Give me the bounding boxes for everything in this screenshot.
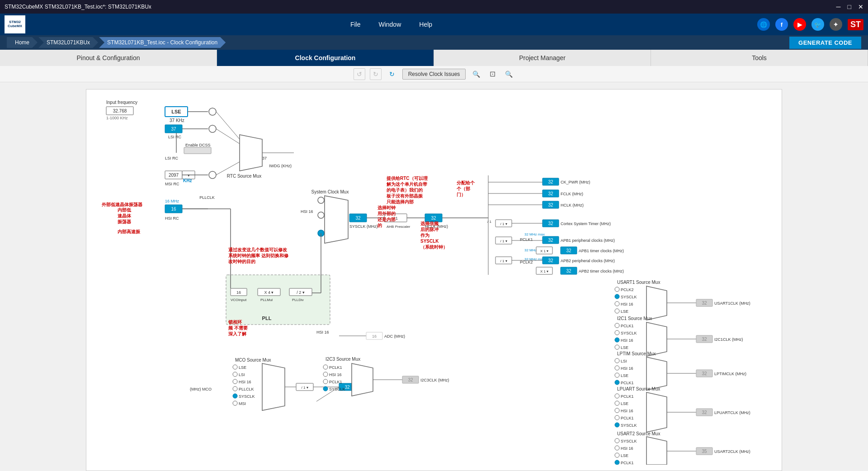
titlebar-controls: ─ □ ✕ xyxy=(836,3,863,10)
share-icon[interactable]: ✦ xyxy=(830,18,842,31)
svg-marker-208 xyxy=(262,363,285,410)
svg-text:LSE: LSE xyxy=(621,401,628,406)
tab-clock[interactable]: Clock Configuration xyxy=(217,50,434,66)
logo-text: STM32CubeMX xyxy=(8,20,22,28)
input-freq-label: Input frequency xyxy=(106,100,137,105)
svg-text:PLLMul: PLLMul xyxy=(260,298,273,302)
logo-area: STM32CubeMX xyxy=(5,15,25,33)
svg-text:锁相环: 锁相环 xyxy=(228,320,242,325)
undo-button[interactable]: ↺ xyxy=(354,68,365,80)
svg-text:提供给RTC（可以理: 提供给RTC（可以理 xyxy=(386,176,428,181)
tab-pinout[interactable]: Pinout & Configuration xyxy=(0,50,217,66)
twitter-icon[interactable]: 🐦 xyxy=(811,18,824,31)
breadcrumb-home[interactable]: Home xyxy=(7,37,38,48)
svg-text:SYSCLK (MHz): SYSCLK (MHz) xyxy=(349,224,378,229)
help-menu[interactable]: Help xyxy=(419,21,432,28)
window-menu[interactable]: Window xyxy=(378,21,401,28)
svg-text:选择倍频: 选择倍频 xyxy=(420,221,439,226)
svg-text:还是内部: 还是内部 xyxy=(377,217,396,222)
svg-text:32: 32 xyxy=(548,179,553,184)
svg-text:MCO Source Mux: MCO Source Mux xyxy=(235,358,271,363)
svg-text:32: 32 xyxy=(431,216,436,221)
svg-text:HSI RC: HSI RC xyxy=(165,216,179,221)
zoom-out-button[interactable]: 🔍 xyxy=(470,68,482,80)
svg-text:I2C3 Source Mux: I2C3 Source Mux xyxy=(326,357,360,362)
svg-text:/ 1 ▾: / 1 ▾ xyxy=(301,386,308,390)
world-icon[interactable]: 🌐 xyxy=(757,18,770,31)
svg-text:/ 2 ▾: / 2 ▾ xyxy=(297,290,305,295)
svg-text:32: 32 xyxy=(702,301,707,306)
svg-text:MSI: MSI xyxy=(239,401,246,406)
tab-tools[interactable]: Tools xyxy=(651,50,868,66)
minimize-button[interactable]: ─ xyxy=(836,3,841,10)
svg-text:HSI 16: HSI 16 xyxy=(621,338,633,343)
svg-line-33 xyxy=(216,162,240,175)
svg-text:个（部: 个（部 xyxy=(456,186,470,191)
svg-text:32: 32 xyxy=(702,410,707,415)
svg-text:LSI: LSI xyxy=(621,359,627,363)
svg-line-31 xyxy=(216,112,240,139)
svg-text:板子没有外部晶振: 板子没有外部晶振 xyxy=(386,193,423,198)
svg-text:LPUARTCLK (MHz): LPUARTCLK (MHz) xyxy=(714,410,750,415)
svg-text:LSE: LSE xyxy=(621,453,628,458)
svg-text:选择时钟: 选择时钟 xyxy=(377,205,396,210)
svg-text:LSE: LSE xyxy=(621,373,628,378)
svg-text:作为: 作为 xyxy=(420,233,429,238)
svg-text:LSE: LSE xyxy=(621,345,628,350)
generate-code-button[interactable]: GENERATE CODE xyxy=(789,37,861,49)
svg-point-200 xyxy=(233,379,237,384)
svg-text:APB2 timer clocks (MHz): APB2 timer clocks (MHz) xyxy=(579,269,624,273)
svg-text:/ 1: / 1 xyxy=(487,220,491,224)
svg-text:I2C3CLK (MHz): I2C3CLK (MHz) xyxy=(420,378,449,382)
svg-text:16 MHz: 16 MHz xyxy=(165,199,179,203)
svg-text:SYSCLK: SYSCLK xyxy=(329,387,345,391)
svg-text:LPUART Source Mux: LPUART Source Mux xyxy=(617,386,660,391)
breadcrumb-project[interactable]: STM32L071KB_Test.ioc - Clock Configurati… xyxy=(99,37,226,48)
facebook-icon[interactable]: f xyxy=(775,18,788,31)
svg-line-32 xyxy=(216,129,240,144)
refresh-button[interactable]: ↻ xyxy=(386,68,398,80)
svg-text:PCLK1: PCLK1 xyxy=(621,416,634,420)
svg-text:35: 35 xyxy=(702,449,707,454)
svg-marker-160 xyxy=(646,357,667,390)
svg-point-222 xyxy=(323,379,328,384)
resolve-clock-button[interactable]: Resolve Clock Issues xyxy=(402,69,466,80)
svg-text:门）: 门） xyxy=(457,192,466,197)
svg-point-202 xyxy=(233,386,237,391)
svg-text:APB1 timer clocks (MHz): APB1 timer clocks (MHz) xyxy=(579,249,624,253)
svg-text:PLLCLK: PLLCLK xyxy=(239,387,254,391)
svg-point-154 xyxy=(615,366,619,370)
zoom-in-button[interactable]: 🔍 xyxy=(503,68,514,80)
svg-text:16: 16 xyxy=(171,207,176,212)
svg-point-204 xyxy=(233,394,237,398)
svg-text:32.768: 32.768 xyxy=(113,108,127,113)
svg-text:HCLK (MHz): HCLK (MHz) xyxy=(561,203,584,207)
svg-text:HSI 16: HSI 16 xyxy=(316,330,329,334)
close-button[interactable]: ✕ xyxy=(858,3,863,10)
svg-point-224 xyxy=(323,386,328,391)
svg-text:PLLDiv: PLLDiv xyxy=(292,298,304,302)
svg-point-172 xyxy=(615,415,619,420)
svg-point-28 xyxy=(209,108,216,115)
youtube-icon[interactable]: ▶ xyxy=(793,18,806,31)
svg-text:32: 32 xyxy=(548,258,553,263)
fit-button[interactable]: ⊡ xyxy=(486,68,498,80)
svg-text:只能选择内部: 只能选择内部 xyxy=(386,199,414,204)
svg-text:RTC Source Mux: RTC Source Mux xyxy=(227,174,262,179)
svg-point-170 xyxy=(615,408,619,413)
svg-text:的电子表）我们的: 的电子表）我们的 xyxy=(387,188,423,193)
svg-point-220 xyxy=(323,372,328,377)
maximize-button[interactable]: □ xyxy=(848,3,851,10)
breadcrumb-device[interactable]: STM32L071KBUx xyxy=(38,37,98,48)
svg-marker-43 xyxy=(325,196,348,243)
tab-project[interactable]: Project Manager xyxy=(434,50,651,66)
file-menu[interactable]: File xyxy=(350,21,361,28)
toolbar: ↺ ↻ ↻ Resolve Clock Issues 🔍 ⊡ 🔍 xyxy=(0,66,868,82)
svg-text:32: 32 xyxy=(548,238,553,243)
redo-button[interactable]: ↻ xyxy=(370,68,382,80)
menubar: STM32CubeMX File Window Help 🌐 f ▶ 🐦 ✦ S… xyxy=(0,14,868,35)
st-logo: ST xyxy=(848,19,863,30)
svg-text:32 MHz max: 32 MHz max xyxy=(524,232,545,236)
svg-text:HSI 16: HSI 16 xyxy=(239,380,251,384)
svg-text:用外部的: 用外部的 xyxy=(377,211,396,216)
